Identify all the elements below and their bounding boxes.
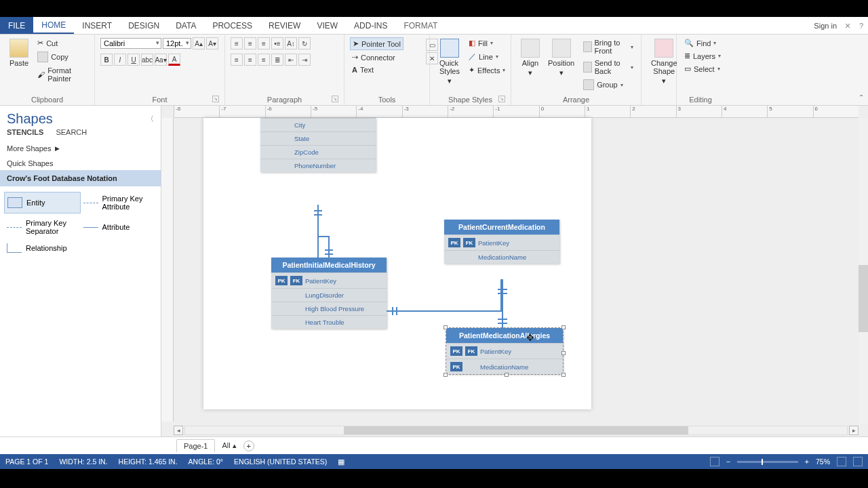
shape-attribute[interactable]: Attribute bbox=[81, 216, 157, 238]
align-bottom-button[interactable]: ≡ bbox=[258, 37, 270, 49]
quick-shapes-label[interactable]: Quick Shapes bbox=[0, 157, 161, 170]
align-center-button[interactable]: ≡ bbox=[244, 54, 256, 66]
sign-in[interactable]: Sign in bbox=[810, 17, 841, 34]
justify-button[interactable]: ≣ bbox=[271, 54, 283, 66]
align-middle-button[interactable]: ≡ bbox=[244, 37, 256, 49]
status-language[interactable]: ENGLISH (UNITED STATES) bbox=[234, 458, 327, 466]
tab-file[interactable]: FILE bbox=[0, 17, 33, 34]
increase-indent-button[interactable]: ⇥ bbox=[298, 54, 311, 66]
page-tabs: Page-1 All ▴ + bbox=[0, 436, 868, 454]
paste-button[interactable]: Paste bbox=[5, 37, 33, 68]
tab-review[interactable]: REVIEW bbox=[260, 17, 309, 34]
strikethrough-button[interactable]: abc bbox=[141, 54, 153, 66]
connector-history-currentmed[interactable] bbox=[387, 310, 502, 312]
text-direction-button[interactable]: A↕ bbox=[285, 37, 297, 49]
layers-button[interactable]: ≣Layers▾ bbox=[682, 50, 723, 62]
font-size-select[interactable]: 12pt. bbox=[163, 38, 191, 49]
fill-button[interactable]: ◧Fill▾ bbox=[467, 37, 507, 49]
zoom-out-button[interactable]: − bbox=[726, 458, 730, 466]
bring-to-front-button[interactable]: Bring to Front▾ bbox=[581, 37, 635, 56]
shapes-title: Shapes bbox=[7, 111, 53, 127]
select-button[interactable]: ▭Select▾ bbox=[682, 63, 722, 75]
drawing-page[interactable]: City State ZipCode PhoneNumber PatientIn… bbox=[203, 118, 591, 409]
more-shapes-button[interactable]: More Shapes▶ bbox=[0, 140, 161, 157]
group-button[interactable]: Group▾ bbox=[581, 78, 635, 92]
scroll-right-button[interactable]: ▸ bbox=[849, 426, 859, 435]
rotate-text-button[interactable]: ↻ bbox=[298, 37, 311, 49]
font-family-select[interactable]: Calibri bbox=[100, 38, 161, 49]
close-icon[interactable]: × bbox=[841, 17, 854, 34]
pointer-tool-button[interactable]: ➤Pointer Tool bbox=[350, 37, 403, 50]
tab-home[interactable]: HOME bbox=[33, 17, 74, 34]
find-button[interactable]: 🔍Find▾ bbox=[682, 37, 718, 49]
horizontal-scrollbar[interactable]: ◂ ▸ bbox=[174, 424, 859, 436]
page-tab-1[interactable]: Page-1 bbox=[176, 439, 215, 452]
shape-primary-key-separator[interactable]: Primary Key Separator bbox=[4, 216, 81, 238]
position-button[interactable]: Position▾ bbox=[544, 37, 578, 79]
copy-button[interactable]: Copy bbox=[35, 50, 89, 64]
presentation-mode-icon[interactable] bbox=[710, 457, 719, 466]
vertical-scrollbar[interactable] bbox=[859, 118, 868, 424]
fit-page-icon[interactable] bbox=[837, 457, 846, 466]
align-top-button[interactable]: ≡ bbox=[231, 37, 243, 49]
zoom-level[interactable]: 75% bbox=[816, 458, 830, 466]
switch-windows-icon[interactable] bbox=[853, 457, 863, 466]
search-tab[interactable]: SEARCH bbox=[56, 128, 87, 136]
delete-tool-button[interactable]: ✕ bbox=[426, 52, 438, 64]
all-pages-button[interactable]: All ▴ bbox=[222, 441, 236, 450]
collapse-ribbon-button[interactable]: ⌃ bbox=[859, 94, 864, 101]
tab-data[interactable]: DATA bbox=[167, 17, 204, 34]
zoom-in-button[interactable]: + bbox=[805, 458, 809, 466]
tab-view[interactable]: VIEW bbox=[309, 17, 346, 34]
entity-current-medication[interactable]: PatientCurrentMedication PKFKPatientKey … bbox=[444, 220, 559, 264]
entity-medication-allergies[interactable]: PatientMedicationAllergies PKFKPatientKe… bbox=[446, 328, 563, 374]
connector-patient-history[interactable] bbox=[317, 205, 319, 258]
add-page-button[interactable]: + bbox=[243, 441, 254, 451]
align-right-button[interactable]: ≡ bbox=[258, 54, 270, 66]
rectangle-tool-button[interactable]: ▭ bbox=[426, 39, 438, 51]
font-dialog-launcher[interactable]: ↘ bbox=[212, 96, 219, 102]
zoom-slider[interactable] bbox=[737, 461, 798, 463]
format-painter-button[interactable]: 🖌Format Painter bbox=[35, 65, 89, 84]
macro-recorder-icon[interactable]: ▦ bbox=[338, 458, 344, 466]
send-to-back-button[interactable]: Send to Back▾ bbox=[581, 58, 635, 77]
bold-button[interactable]: B bbox=[100, 54, 113, 66]
entity-patient-partial[interactable]: City State ZipCode PhoneNumber bbox=[260, 118, 376, 172]
italic-button[interactable]: I bbox=[114, 54, 126, 66]
collapse-shapes-icon[interactable]: 〈 bbox=[146, 114, 154, 124]
increase-font-button[interactable]: A▴ bbox=[193, 37, 205, 49]
tab-process[interactable]: PROCESS bbox=[204, 17, 260, 34]
shape-primary-key-attribute[interactable]: Primary Key Attribute bbox=[81, 192, 157, 214]
connector-tool-button[interactable]: ⇢Connector bbox=[350, 52, 397, 63]
stencil-crowsfoot[interactable]: Crow's Foot Database Notation bbox=[0, 170, 161, 186]
underline-button[interactable]: U bbox=[127, 54, 140, 66]
cut-button[interactable]: ✂Cut bbox=[35, 37, 89, 49]
shape-entity[interactable]: Entity bbox=[4, 192, 81, 214]
entity-patient-history[interactable]: PatientInitialMedicalHistory PKFKPatient… bbox=[271, 258, 387, 329]
connector-currentmed-allergies[interactable] bbox=[502, 279, 503, 328]
effects-button[interactable]: ✦Effects▾ bbox=[467, 64, 507, 76]
text-tool-button[interactable]: AText bbox=[350, 64, 376, 75]
help-icon[interactable]: ? bbox=[854, 17, 868, 34]
quick-styles-button[interactable]: Quick Styles▾ bbox=[435, 37, 464, 87]
status-height: HEIGHT: 1.465 IN. bbox=[119, 458, 178, 466]
decrease-indent-button[interactable]: ⇤ bbox=[285, 54, 297, 66]
scroll-left-button[interactable]: ◂ bbox=[174, 426, 183, 435]
paragraph-dialog-launcher[interactable]: ↘ bbox=[332, 96, 338, 102]
bullets-button[interactable]: •≡ bbox=[271, 37, 283, 49]
group-icon bbox=[583, 79, 594, 90]
tab-addins[interactable]: ADD-INS bbox=[346, 17, 395, 34]
font-color-button[interactable]: A bbox=[168, 54, 180, 66]
tab-format[interactable]: FORMAT bbox=[395, 17, 446, 34]
line-button[interactable]: ／Line▾ bbox=[467, 50, 507, 63]
shape-relationship[interactable]: Relationship bbox=[4, 241, 81, 256]
stencils-tab[interactable]: STENCILS bbox=[7, 128, 43, 136]
change-case-button[interactable]: Aa▾ bbox=[155, 54, 167, 66]
decrease-font-button[interactable]: A▾ bbox=[206, 37, 218, 49]
tab-design[interactable]: DESIGN bbox=[120, 17, 167, 34]
change-shape-button[interactable]: Change Shape▾ bbox=[647, 37, 682, 87]
align-left-button[interactable]: ≡ bbox=[231, 54, 243, 66]
tab-insert[interactable]: INSERT bbox=[74, 17, 120, 34]
shape-styles-launcher[interactable]: ↘ bbox=[498, 96, 505, 102]
align-button[interactable]: Align▾ bbox=[517, 37, 544, 79]
